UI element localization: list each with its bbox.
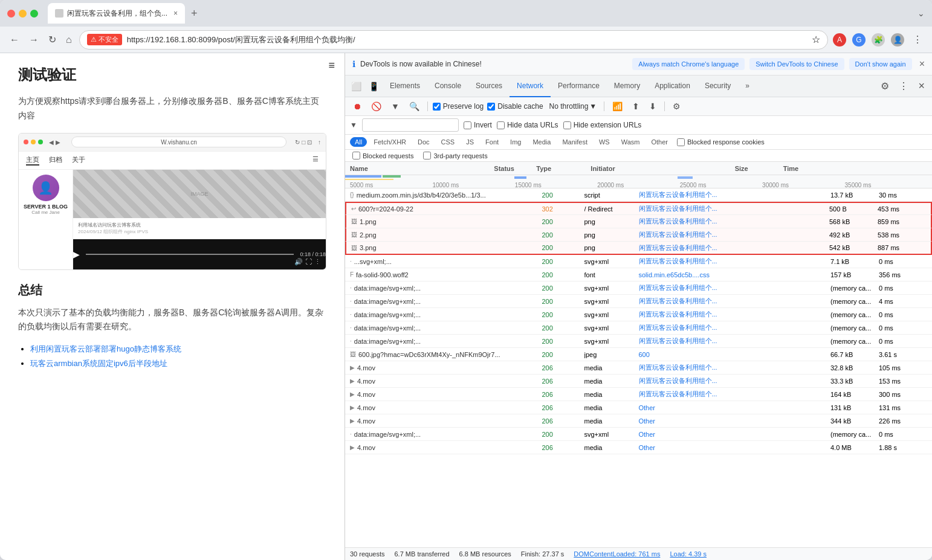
- disable-cache-checkbox[interactable]: [487, 103, 495, 111]
- inspector-icon[interactable]: ⬜: [348, 82, 365, 91]
- table-row[interactable]: · data:image/svg+xml;... 200 svg+xml 闲置玩…: [345, 282, 932, 295]
- clear-button[interactable]: 🚫: [368, 100, 384, 113]
- table-row[interactable]: 🖼 3.png 200 png 闲置玩客云设备利用组个... 542 kB 88…: [345, 242, 932, 255]
- type-pill-fetch[interactable]: Fetch/XHR: [369, 137, 411, 147]
- switch-devtools-button[interactable]: Switch DevTools to Chinese: [749, 58, 844, 70]
- type-pill-font[interactable]: Font: [481, 137, 503, 147]
- row-initiator[interactable]: 闲置玩客云设备利用组个...: [639, 390, 831, 399]
- page-link-1[interactable]: 利用闲置玩客云部署部署hugo静态博客系统: [30, 344, 181, 353]
- hide-data-urls-label[interactable]: Hide data URLs: [497, 121, 558, 129]
- row-initiator[interactable]: solid.min.e65dc5b....css: [639, 271, 831, 278]
- row-initiator[interactable]: 闲置玩客云设备利用组个...: [639, 336, 831, 346]
- wifi-icon[interactable]: 📶: [609, 100, 626, 113]
- table-row[interactable]: {} medium.zoom.min.js/d3b/b4/20/3e5b...1…: [345, 188, 932, 202]
- table-row[interactable]: · data:image/svg+xml;... 200 svg+xml 闲置玩…: [345, 335, 932, 348]
- table-row[interactable]: 🖼 2.png 200 png 闲置玩客云设备利用组个... 492 kB 53…: [345, 228, 932, 242]
- tab-application[interactable]: Application: [647, 76, 697, 97]
- chrome-menu-button[interactable]: ⋮: [910, 31, 925, 48]
- tab-network[interactable]: Network: [510, 76, 551, 97]
- devtools-more-icon[interactable]: ⋮: [894, 80, 913, 92]
- table-row[interactable]: 🖼 600.jpg?hmac=wDc63rXMt4Xy-_nNFKm9Ojr7.…: [345, 348, 932, 361]
- invert-checkbox[interactable]: [464, 121, 471, 129]
- third-party-checkbox[interactable]: [423, 152, 431, 159]
- address-bar[interactable]: ⚠ 不安全 https://192.168.1.80:8099/post/闲置玩…: [79, 30, 828, 50]
- back-button[interactable]: ←: [7, 32, 22, 48]
- type-pill-img[interactable]: Img: [505, 137, 526, 147]
- row-initiator[interactable]: 闲置玩客云设备利用组个...: [639, 297, 831, 306]
- type-pill-doc[interactable]: Doc: [413, 137, 435, 147]
- row-initiator[interactable]: 600: [639, 351, 831, 358]
- page-link-2[interactable]: 玩客云armbian系统固定ipv6后半段地址: [30, 359, 167, 368]
- import-icon[interactable]: ⬇: [646, 100, 659, 113]
- hide-extension-checkbox[interactable]: [563, 121, 571, 129]
- table-row[interactable]: ▶ 4.mov 206 media 闲置玩客云设备利用组个... 164 kB …: [345, 388, 932, 401]
- table-row[interactable]: 🖼 1.png 200 png 闲置玩客云设备利用组个... 568 kB 85…: [345, 215, 932, 228]
- tab-performance[interactable]: Performance: [551, 76, 607, 97]
- blog-nav-search[interactable]: ☰: [312, 155, 319, 166]
- record-button[interactable]: ⏺: [350, 100, 364, 113]
- row-initiator[interactable]: 闲置玩客云设备利用组个...: [639, 310, 831, 319]
- profile-icon[interactable]: 👤: [891, 33, 904, 47]
- network-settings-icon[interactable]: ⚙: [670, 100, 684, 113]
- dom-content-loaded[interactable]: DOMContentLoaded: 761 ms: [574, 550, 660, 558]
- blocked-requests-checkbox[interactable]: [352, 152, 360, 159]
- table-row[interactable]: · ...svg+xml;... 200 svg+xml 闲置玩客云设备利用组个…: [345, 255, 932, 268]
- invert-label[interactable]: Invert: [464, 121, 492, 129]
- row-initiator[interactable]: 闲置玩客云设备利用组个...: [639, 204, 830, 213]
- load-time[interactable]: Load: 4.39 s: [670, 550, 707, 558]
- blocked-requests-label[interactable]: Blocked requests: [352, 152, 413, 159]
- row-initiator[interactable]: Other: [639, 431, 831, 438]
- video-more-icon[interactable]: ⋮: [314, 258, 321, 266]
- table-row[interactable]: ▶ 4.mov 206 media Other 131 kB 131 ms: [345, 401, 932, 414]
- tab-console[interactable]: Console: [427, 76, 468, 97]
- blog-nav-about[interactable]: 关于: [72, 155, 85, 166]
- blocked-cookies-checkbox[interactable]: [677, 138, 685, 146]
- page-menu-icon[interactable]: ≡: [328, 59, 335, 72]
- third-party-label[interactable]: 3rd-party requests: [423, 152, 487, 159]
- row-initiator[interactable]: 闲置玩客云设备利用组个...: [639, 243, 830, 253]
- type-pill-manifest[interactable]: Manifest: [557, 137, 592, 147]
- home-button[interactable]: ⌂: [63, 32, 74, 48]
- title-bar-menu-button[interactable]: ⌄: [917, 8, 925, 18]
- adblock-icon[interactable]: A: [833, 33, 846, 47]
- search-button[interactable]: 🔍: [406, 100, 422, 113]
- minimize-button[interactable]: [19, 10, 27, 18]
- table-row[interactable]: ▶ 4.mov 206 media Other 344 kB 226 ms: [345, 414, 932, 428]
- hide-extension-label[interactable]: Hide extension URLs: [563, 121, 642, 129]
- extensions-icon[interactable]: 🧩: [872, 33, 885, 47]
- type-pill-wasm[interactable]: Wasm: [616, 137, 645, 147]
- notification-close-button[interactable]: ×: [919, 59, 925, 69]
- row-initiator[interactable]: 闲置玩客云设备利用组个...: [639, 323, 831, 332]
- translate-icon[interactable]: G: [852, 33, 866, 47]
- row-initiator[interactable]: 闲置玩客云设备利用组个...: [639, 230, 830, 239]
- row-initiator[interactable]: 闲置玩客云设备利用组个...: [639, 190, 831, 199]
- embed-nav-left[interactable]: ◀ ▶: [47, 139, 63, 146]
- reload-button[interactable]: ↻: [46, 31, 59, 48]
- match-language-button[interactable]: Always match Chrome's language: [632, 58, 745, 70]
- tab-sources[interactable]: Sources: [468, 76, 510, 97]
- tab-elements[interactable]: Elements: [383, 76, 427, 97]
- filter-toggle-button[interactable]: ▼: [388, 100, 403, 113]
- table-row[interactable]: · data:image/svg+xml;... 200 svg+xml 闲置玩…: [345, 321, 932, 335]
- embed-share-icon[interactable]: ↑: [318, 139, 321, 146]
- tab-memory[interactable]: Memory: [607, 76, 647, 97]
- type-pill-all[interactable]: All: [350, 137, 367, 147]
- type-pill-js[interactable]: JS: [461, 137, 479, 147]
- export-icon[interactable]: ⬆: [629, 100, 642, 113]
- preserve-log-checkbox[interactable]: [433, 103, 441, 111]
- table-row[interactable]: ▶ 4.mov 206 media 闲置玩客云设备利用组个... 33.3 kB…: [345, 375, 932, 388]
- throttle-select[interactable]: No throttling ▼: [547, 101, 600, 112]
- dont-show-again-button[interactable]: Don't show again: [849, 58, 912, 70]
- row-initiator[interactable]: 闲置玩客云设备利用组个...: [639, 283, 831, 292]
- blog-embed-urlbar[interactable]: W.vishanu.cn: [71, 137, 287, 147]
- row-initiator[interactable]: 闲置玩客云设备利用组个...: [639, 217, 830, 226]
- type-pill-css[interactable]: CSS: [436, 137, 460, 147]
- type-pill-ws[interactable]: WS: [594, 137, 615, 147]
- video-play-button[interactable]: ▶: [73, 249, 80, 259]
- blocked-cookies-label[interactable]: Blocked response cookies: [677, 138, 765, 146]
- tab-security[interactable]: Security: [697, 76, 738, 97]
- active-tab[interactable]: 闲置玩客云设备利用，组个负... ×: [48, 3, 185, 24]
- table-row[interactable]: ▶ 4.mov 206 media Other 4.0 MB 1.88 s: [345, 441, 932, 454]
- disable-cache-label[interactable]: Disable cache: [487, 102, 543, 111]
- tab-close-button[interactable]: ×: [173, 9, 178, 18]
